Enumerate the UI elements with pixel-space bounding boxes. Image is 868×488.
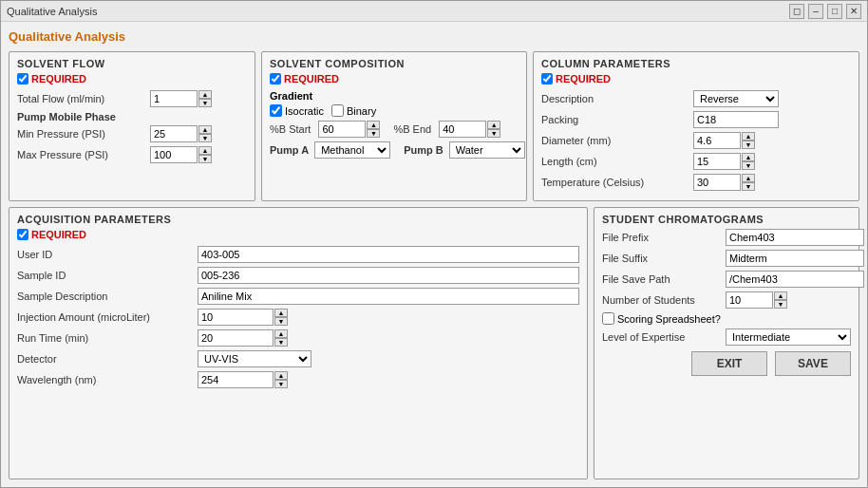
wavelength-input[interactable] — [198, 371, 274, 388]
diameter-spinner: ▲ ▼ — [693, 132, 755, 149]
level-dropdown[interactable]: Beginner Intermediate Advanced — [726, 328, 851, 346]
num-students-spinner-btns: ▲ ▼ — [774, 291, 787, 309]
detector-dropdown[interactable]: UV-VIS DAD FLD RID — [198, 350, 311, 367]
save-button[interactable]: SAVE — [775, 351, 851, 376]
restore-button[interactable]: ◻ — [789, 4, 804, 19]
acquisition-required-checkbox[interactable] — [17, 229, 28, 240]
column-params-required: REQUIRED — [541, 73, 851, 84]
run-time-label: Run Time (min) — [17, 332, 198, 344]
injection-up[interactable]: ▲ — [274, 309, 288, 317]
pb-start-input[interactable] — [318, 121, 366, 138]
student-panel: STUDENT CHROMATOGRAMS File Prefix File S… — [594, 207, 859, 479]
injection-input[interactable] — [198, 309, 274, 326]
sample-desc-input[interactable] — [198, 288, 579, 305]
maximize-button[interactable]: □ — [827, 4, 842, 19]
bottom-panels-row: ACQUISITION PARAMETERS REQUIRED User ID … — [9, 207, 859, 479]
pump-a-dropdown[interactable]: Methanol Acetonitrile Water Buffer — [314, 141, 390, 159]
user-id-input[interactable] — [198, 246, 579, 263]
detector-row: Detector UV-VIS DAD FLD RID — [17, 350, 579, 367]
pb-end-label: %B End — [393, 123, 431, 135]
exit-button[interactable]: EXIT — [691, 351, 767, 376]
sample-id-input[interactable] — [198, 267, 579, 284]
diameter-down[interactable]: ▼ — [742, 141, 755, 149]
wavelength-down[interactable]: ▼ — [274, 380, 288, 388]
file-save-path-label: File Save Path — [602, 273, 726, 285]
diameter-label: Diameter (mm) — [541, 135, 693, 146]
length-label: Length (cm) — [541, 156, 693, 167]
temperature-input[interactable] — [693, 174, 741, 191]
isocratic-label[interactable]: Isocratic — [270, 104, 324, 117]
max-pressure-spinner-btns: ▲ ▼ — [198, 146, 212, 163]
pb-end-up[interactable]: ▲ — [487, 121, 500, 129]
num-students-input[interactable] — [726, 291, 773, 309]
scoring-label[interactable]: Scoring Spreadsheet? — [602, 312, 721, 325]
length-input[interactable] — [693, 153, 741, 170]
run-time-down[interactable]: ▼ — [274, 338, 288, 347]
gradient-label: Gradient — [270, 90, 519, 102]
detector-label: Detector — [17, 353, 198, 365]
app-title: Qualitative Analysis — [9, 29, 859, 44]
length-up[interactable]: ▲ — [742, 153, 755, 161]
binary-label[interactable]: Binary — [331, 104, 376, 117]
injection-spinner-btns: ▲ ▼ — [274, 309, 288, 326]
diameter-up[interactable]: ▲ — [742, 132, 755, 141]
max-pressure-input[interactable] — [150, 146, 198, 163]
pb-start-up[interactable]: ▲ — [367, 121, 380, 129]
total-flow-spinner: ▲ ▼ — [150, 90, 212, 107]
packing-label: Packing — [541, 114, 693, 125]
wavelength-up[interactable]: ▲ — [274, 371, 288, 380]
solvent-flow-panel: SOLVENT FLOW REQUIRED Total Flow (ml/min… — [9, 51, 255, 201]
length-down[interactable]: ▼ — [742, 161, 755, 170]
pb-end-down[interactable]: ▼ — [487, 129, 500, 138]
temperature-down[interactable]: ▼ — [742, 182, 755, 191]
injection-down[interactable]: ▼ — [274, 317, 288, 326]
isocratic-binary-row: Isocratic Binary — [270, 104, 519, 117]
total-flow-up[interactable]: ▲ — [198, 90, 212, 99]
minimize-button[interactable]: – — [808, 4, 823, 19]
temperature-up[interactable]: ▲ — [742, 174, 755, 182]
file-prefix-input[interactable] — [726, 229, 864, 246]
scoring-checkbox[interactable] — [602, 312, 614, 325]
min-pressure-up[interactable]: ▲ — [198, 125, 212, 134]
description-dropdown[interactable]: Reverse Normal Ion Exchange — [693, 90, 779, 107]
wavelength-row: Wavelength (nm) ▲ ▼ — [17, 371, 579, 388]
max-pressure-down[interactable]: ▼ — [198, 155, 212, 163]
packing-input[interactable] — [693, 111, 779, 128]
pb-end-input[interactable] — [439, 121, 486, 138]
file-suffix-input[interactable] — [726, 250, 864, 267]
min-pressure-down[interactable]: ▼ — [198, 134, 212, 142]
binary-checkbox[interactable] — [331, 104, 344, 117]
num-students-spinner: ▲ ▼ — [726, 291, 787, 309]
num-students-up[interactable]: ▲ — [774, 291, 787, 300]
pb-start-spinner: ▲ ▼ — [318, 121, 380, 138]
isocratic-checkbox[interactable] — [270, 104, 282, 117]
student-title: STUDENT CHROMATOGRAMS — [602, 214, 851, 225]
run-time-up[interactable]: ▲ — [274, 329, 288, 338]
diameter-input[interactable] — [693, 132, 741, 149]
min-pressure-spinner-btns: ▲ ▼ — [198, 125, 212, 142]
min-pressure-label: Min Pressure (PSI) — [17, 128, 150, 140]
file-save-path-input[interactable] — [726, 271, 864, 288]
total-flow-input[interactable] — [150, 90, 198, 107]
wavelength-spinner: ▲ ▼ — [198, 371, 288, 388]
window-controls: ◻ – □ ✕ — [789, 4, 861, 19]
run-time-input[interactable] — [198, 329, 274, 347]
total-flow-down[interactable]: ▼ — [198, 99, 212, 107]
min-pressure-input[interactable] — [150, 125, 198, 142]
pb-row: %B Start ▲ ▼ %B End ▲ ▼ — [270, 121, 519, 138]
diameter-spinner-btns: ▲ ▼ — [742, 132, 755, 149]
wavelength-spinner-btns: ▲ ▼ — [274, 371, 288, 388]
column-params-required-checkbox[interactable] — [541, 73, 553, 84]
solvent-comp-required-checkbox[interactable] — [270, 73, 281, 84]
pump-ab-row: Pump A Methanol Acetonitrile Water Buffe… — [270, 141, 519, 159]
solvent-flow-required-checkbox[interactable] — [17, 73, 28, 84]
pump-b-dropdown[interactable]: Water Methanol Acetonitrile Buffer — [449, 141, 525, 159]
close-button[interactable]: ✕ — [846, 4, 861, 19]
user-id-label: User ID — [17, 249, 198, 260]
pump-a-label: Pump A — [270, 144, 309, 156]
num-students-down[interactable]: ▼ — [774, 300, 787, 309]
max-pressure-up[interactable]: ▲ — [198, 146, 212, 155]
pb-start-down[interactable]: ▼ — [367, 129, 380, 138]
total-flow-row: Total Flow (ml/min) ▲ ▼ — [17, 90, 247, 107]
column-params-title: COLUMN PARAMETERS — [541, 58, 851, 69]
